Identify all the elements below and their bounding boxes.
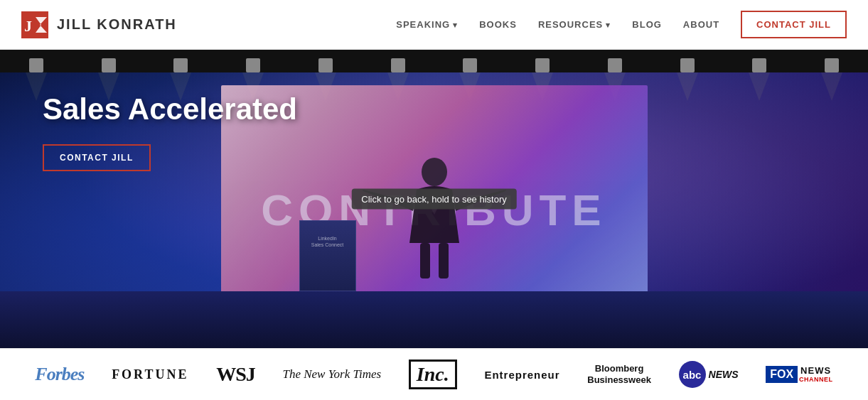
- ceiling-bar: [0, 50, 868, 58]
- header: J JILL KONRATH SPEAKING BOOKS RESOURCES …: [0, 0, 868, 50]
- nav-resources[interactable]: RESOURCES: [538, 19, 611, 30]
- forbes-text: Forbes: [35, 364, 84, 385]
- fox-news-text: NEWS: [799, 366, 833, 376]
- light-beam: [821, 72, 842, 101]
- hero-content: Sales Accelerated CONTACT JILL: [43, 92, 297, 171]
- fox-logo: FOX NEWS CHANNEL: [766, 360, 832, 389]
- logo-text: JILL KONRATH: [57, 16, 177, 33]
- fortune-logo: FORTUNE: [112, 360, 188, 389]
- light-fixture: [102, 58, 116, 72]
- light-fixture: [173, 58, 188, 72]
- light-fixture: [680, 58, 695, 72]
- podium-label: LinkedInSales Connect: [306, 235, 349, 248]
- light-fixture: [29, 58, 43, 72]
- main-nav: SPEAKING BOOKS RESOURCES BLOG ABOUT CONT…: [396, 11, 847, 38]
- nyt-text: The New York Times: [282, 367, 381, 382]
- fox-text-area: NEWS CHANNEL: [799, 366, 833, 383]
- nyt-logo: The New York Times: [282, 360, 381, 389]
- light-fixture: [752, 58, 766, 72]
- lights-row: [0, 58, 868, 72]
- light-beam: [677, 72, 698, 101]
- entrepreneur-logo: Entrepreneur: [484, 360, 559, 389]
- forbes-logo: Forbes: [35, 360, 84, 389]
- svg-text:J: J: [24, 17, 32, 35]
- history-tooltip: Click to go back, hold to see history: [351, 189, 517, 210]
- abc-logo: abc NEWS: [679, 360, 739, 389]
- light-fixture: [535, 58, 550, 72]
- abc-news-text: NEWS: [709, 369, 739, 380]
- fox-box: FOX: [766, 366, 798, 383]
- nav-books[interactable]: BOOKS: [479, 19, 517, 30]
- contact-jill-header-button[interactable]: CONTACT JILL: [741, 11, 847, 38]
- svg-point-3: [422, 158, 447, 186]
- light-beam: [749, 72, 770, 101]
- fortune-text: FORTUNE: [112, 367, 188, 382]
- wsj-text: WSJ: [216, 363, 255, 386]
- light-fixture: [391, 58, 405, 72]
- fox-channel-text: CHANNEL: [799, 376, 833, 383]
- wsj-logo: WSJ: [216, 360, 255, 389]
- bloomberg-text: BloombergBusinessweek: [587, 363, 651, 385]
- light-fixture: [825, 58, 839, 72]
- svg-rect-5: [439, 243, 449, 279]
- contact-jill-hero-button[interactable]: CONTACT JILL: [43, 144, 151, 171]
- svg-rect-4: [420, 243, 430, 279]
- hero-section: CONTRIBUTE LinkedInSales Connect: [0, 50, 868, 348]
- light-fixture: [246, 58, 260, 72]
- entrepreneur-text: Entrepreneur: [484, 369, 559, 381]
- inc-logo: Inc.: [409, 360, 457, 389]
- abc-circle: abc: [679, 361, 706, 388]
- bloomberg-logo: BloombergBusinessweek: [587, 360, 651, 389]
- hero-title: Sales Accelerated: [43, 92, 297, 126]
- light-fixture: [318, 58, 333, 72]
- inc-text: Inc.: [409, 360, 457, 389]
- light-fixture: [608, 58, 622, 72]
- speaker-figure: [356, 151, 513, 293]
- stage-floor: [0, 291, 868, 348]
- logos-bar: Forbes FORTUNE WSJ The New York Times In…: [0, 348, 868, 400]
- logo-area[interactable]: J JILL KONRATH: [21, 11, 177, 38]
- light-fixture: [463, 58, 477, 72]
- nav-speaking[interactable]: SPEAKING: [396, 19, 458, 30]
- nav-about[interactable]: ABOUT: [683, 19, 719, 30]
- nav-blog[interactable]: BLOG: [632, 19, 662, 30]
- jk-logo-icon: J: [21, 11, 48, 38]
